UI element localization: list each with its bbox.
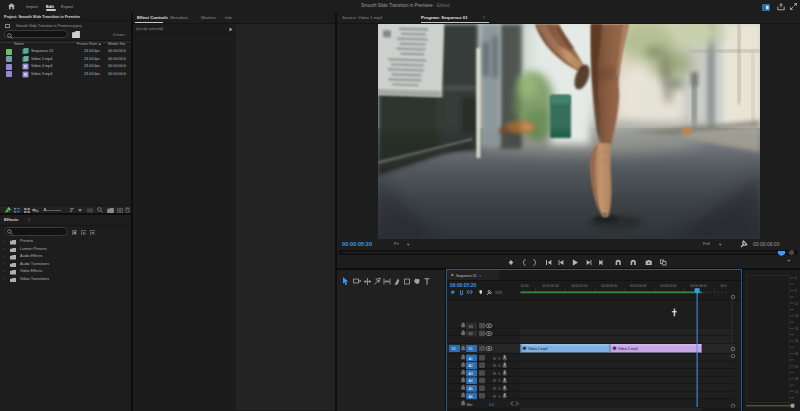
svg-text:M: M xyxy=(493,395,496,399)
svg-text:M: M xyxy=(493,364,496,368)
svg-text:54: 54 xyxy=(795,390,799,394)
svg-text:00:0: 00:0 xyxy=(721,284,727,288)
svg-text:Video 1.mp4: Video 1.mp4 xyxy=(528,347,548,351)
svg-text:V1: V1 xyxy=(452,347,456,351)
svg-text:A1: A1 xyxy=(469,357,473,361)
svg-text:Sequence 01: Sequence 01 xyxy=(456,274,477,278)
svg-text:18: 18 xyxy=(795,314,799,318)
svg-text:00:00:06:00: 00:00:06:00 xyxy=(690,284,707,288)
svg-text:M: M xyxy=(493,372,496,376)
svg-text:42: 42 xyxy=(795,365,799,369)
svg-text:A6: A6 xyxy=(469,395,473,399)
svg-text:M: M xyxy=(493,379,496,383)
svg-text:M: M xyxy=(493,387,496,391)
svg-text:00:00:02:00: 00:00:02:00 xyxy=(571,284,588,288)
svg-text:00:00:05:20: 00:00:05:20 xyxy=(450,283,476,288)
svg-text:A2: A2 xyxy=(469,364,473,368)
svg-text:48: 48 xyxy=(795,377,799,381)
svg-text:A5: A5 xyxy=(469,387,473,391)
svg-text:30: 30 xyxy=(795,339,799,343)
svg-text:00:00:01:00: 00:00:01:00 xyxy=(542,284,559,288)
svg-text:00:00:03:00: 00:00:03:00 xyxy=(601,284,618,288)
svg-text:24: 24 xyxy=(795,327,799,331)
svg-text:6: 6 xyxy=(795,289,797,293)
svg-text:V3: V3 xyxy=(469,325,473,329)
svg-text:0.0: 0.0 xyxy=(489,403,494,407)
svg-text:36: 36 xyxy=(795,352,799,356)
svg-text:12: 12 xyxy=(795,302,799,306)
svg-text:M: M xyxy=(493,357,496,361)
svg-text:00:00:05:00: 00:00:05:00 xyxy=(660,284,677,288)
svg-text:A4: A4 xyxy=(469,379,473,383)
svg-text:≡: ≡ xyxy=(479,274,481,278)
svg-text:00:00:04:00: 00:00:04:00 xyxy=(630,284,647,288)
svg-text:A3: A3 xyxy=(469,372,473,376)
svg-text:V2: V2 xyxy=(469,332,473,336)
svg-text:00:00: 00:00 xyxy=(521,284,529,288)
svg-text:Mix: Mix xyxy=(467,403,473,407)
svg-text:0: 0 xyxy=(795,276,797,280)
svg-text:V1: V1 xyxy=(469,347,473,351)
svg-text:Video 2.mp4: Video 2.mp4 xyxy=(618,347,638,351)
